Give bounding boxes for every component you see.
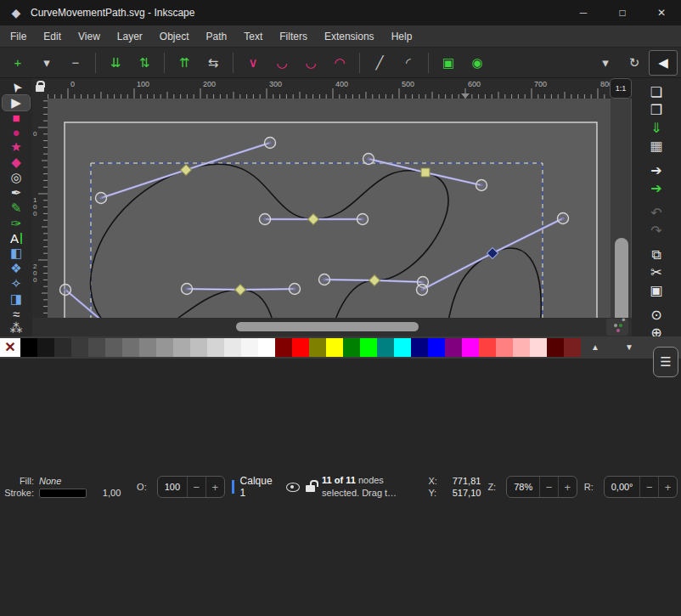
paint-bucket-tool[interactable]: ◨ xyxy=(3,291,30,307)
palette-swatch[interactable] xyxy=(20,338,37,357)
palette-swatch[interactable] xyxy=(547,338,564,357)
close-button[interactable]: ✕ xyxy=(642,0,681,25)
object-to-path-button[interactable]: ▣ xyxy=(434,50,463,76)
opacity-value[interactable]: 100 xyxy=(158,482,187,492)
palette-swatch[interactable] xyxy=(360,338,377,357)
palette-swatch[interactable] xyxy=(173,338,190,357)
palette-swatch[interactable] xyxy=(343,338,360,357)
x-coord-menu-button[interactable]: ▾ xyxy=(591,50,620,76)
palette-swatch[interactable] xyxy=(292,338,309,357)
save-document-button[interactable]: ⇓ xyxy=(642,120,671,136)
dropper-tool[interactable]: ✧ xyxy=(3,276,30,291)
layer-unlock-icon[interactable] xyxy=(306,485,315,492)
undo-button[interactable]: ↶ xyxy=(642,205,671,221)
redo-button[interactable]: ↷ xyxy=(642,223,671,239)
horizontal-scrollbar[interactable] xyxy=(32,318,632,336)
menu-item-help[interactable]: Help xyxy=(383,25,421,48)
menu-item-object[interactable]: Object xyxy=(151,25,198,48)
zoom-in-button[interactable]: + xyxy=(558,476,577,498)
stroke-color-swatch[interactable] xyxy=(39,489,87,498)
ellipse-tool[interactable]: ● xyxy=(3,125,30,139)
palette-swatch[interactable] xyxy=(139,338,156,357)
canvas-viewport[interactable] xyxy=(48,99,632,318)
insert-node-button[interactable]: + xyxy=(3,50,32,76)
segment-to-line-button[interactable]: ╱ xyxy=(365,50,394,76)
node-make-auto-button[interactable]: ◠ xyxy=(325,50,354,76)
palette-swatch[interactable] xyxy=(394,338,411,357)
palette-swatch[interactable] xyxy=(445,338,462,357)
delete-segment-button[interactable]: ⇆ xyxy=(199,50,228,76)
tweak-tool[interactable]: ≈ xyxy=(3,307,30,321)
opacity-field[interactable]: 100 − + xyxy=(157,476,225,498)
mesh-gradient-tool[interactable]: ❖ xyxy=(3,261,30,276)
palette-swatch[interactable] xyxy=(37,338,54,357)
import-image-button[interactable]: ➔ xyxy=(642,162,671,178)
opacity-increase-button[interactable]: + xyxy=(205,476,224,498)
palette-swatch[interactable] xyxy=(428,338,445,357)
guide-lock[interactable] xyxy=(32,78,48,99)
opacity-decrease-button[interactable]: − xyxy=(187,476,205,498)
zoom-field[interactable]: 78% − + xyxy=(506,476,577,498)
palette-swatch[interactable] xyxy=(309,338,326,357)
palette-swatch[interactable] xyxy=(71,338,88,357)
spray-tool[interactable]: ⁂ xyxy=(3,321,30,336)
star-tool[interactable]: ★ xyxy=(3,139,30,155)
palette-swatch[interactable] xyxy=(105,338,122,357)
palette-swatch[interactable] xyxy=(530,338,547,357)
menu-item-file[interactable]: File xyxy=(2,25,35,48)
zoom-value[interactable]: 78% xyxy=(507,482,539,492)
rectangle-tool[interactable]: ■ xyxy=(3,110,30,125)
export-image-button[interactable]: ➔ xyxy=(642,180,671,196)
open-document-button[interactable]: ❒ xyxy=(642,102,671,118)
join-nodes-with-segment-button[interactable]: ⇅ xyxy=(130,50,159,76)
node-make-symmetric-button[interactable]: ◡ xyxy=(296,50,325,76)
palette-swatch[interactable] xyxy=(258,338,275,357)
palette-swatch[interactable] xyxy=(156,338,173,357)
pencil-tool[interactable]: ✎ xyxy=(3,201,30,216)
collapse-panel-button[interactable]: ◀ xyxy=(649,50,678,76)
horizontal-ruler[interactable]: 0100200300400500600700800 xyxy=(48,78,610,99)
palette-swatch[interactable] xyxy=(190,338,207,357)
calligraphy-tool[interactable]: ✑ xyxy=(3,216,30,231)
palette-swatch[interactable] xyxy=(54,338,71,357)
rotation-increase-button[interactable]: + xyxy=(658,476,677,498)
palette-swatch[interactable] xyxy=(513,338,530,357)
fill-stroke-indicator[interactable]: Fill: None Stroke: 1,00 xyxy=(3,476,130,498)
menu-item-edit[interactable]: Edit xyxy=(35,25,70,48)
palette-swatch[interactable] xyxy=(224,338,241,357)
palette-swatch[interactable] xyxy=(326,338,343,357)
box3d-tool[interactable]: ◆ xyxy=(3,155,30,170)
palette-swatch[interactable] xyxy=(411,338,428,357)
node-make-smooth-button[interactable]: ◡ xyxy=(267,50,296,76)
break-nodes-button[interactable]: ⇈ xyxy=(170,50,199,76)
horizontal-scrollbar-thumb[interactable] xyxy=(236,322,419,331)
node-make-corner-button[interactable]: ∨ xyxy=(239,50,267,76)
palette-swatch[interactable] xyxy=(462,338,479,357)
stroke-to-path-button[interactable]: ◉ xyxy=(463,50,492,76)
drawing-canvas[interactable] xyxy=(48,99,632,318)
segment-to-curve-button[interactable]: ◜ xyxy=(394,50,423,76)
maximize-button[interactable]: □ xyxy=(603,0,642,25)
zoom-to-selection-button[interactable]: ⊙ xyxy=(642,307,671,323)
palette-swatch[interactable] xyxy=(122,338,139,357)
palette-swatch[interactable] xyxy=(207,338,224,357)
paste-button[interactable]: ▣ xyxy=(642,282,671,298)
rotation-field[interactable]: 0,00° − + xyxy=(604,476,678,498)
palette-swatch[interactable] xyxy=(275,338,292,357)
join-nodes-button[interactable]: ⇊ xyxy=(101,50,130,76)
selector-tool[interactable]: ➤ xyxy=(3,80,30,95)
palette-swatch[interactable] xyxy=(377,338,394,357)
menu-item-extensions[interactable]: Extensions xyxy=(316,25,383,48)
delete-node-button[interactable]: − xyxy=(61,50,90,76)
node-tool[interactable]: ▶ xyxy=(3,95,30,110)
menu-item-path[interactable]: Path xyxy=(198,25,236,48)
gradient-tool[interactable]: ◧ xyxy=(3,246,30,261)
copy-button[interactable]: ⧉ xyxy=(642,247,671,263)
menu-item-filters[interactable]: Filters xyxy=(271,25,316,48)
zoom-1-1-button[interactable]: 1:1 xyxy=(610,78,632,99)
layer-name[interactable]: Calque 1 xyxy=(240,475,281,499)
palette-swatch[interactable] xyxy=(241,338,258,357)
menu-item-layer[interactable]: Layer xyxy=(109,25,151,48)
print-document-button[interactable]: ▦ xyxy=(642,138,671,154)
palette-swatch[interactable] xyxy=(88,338,105,357)
